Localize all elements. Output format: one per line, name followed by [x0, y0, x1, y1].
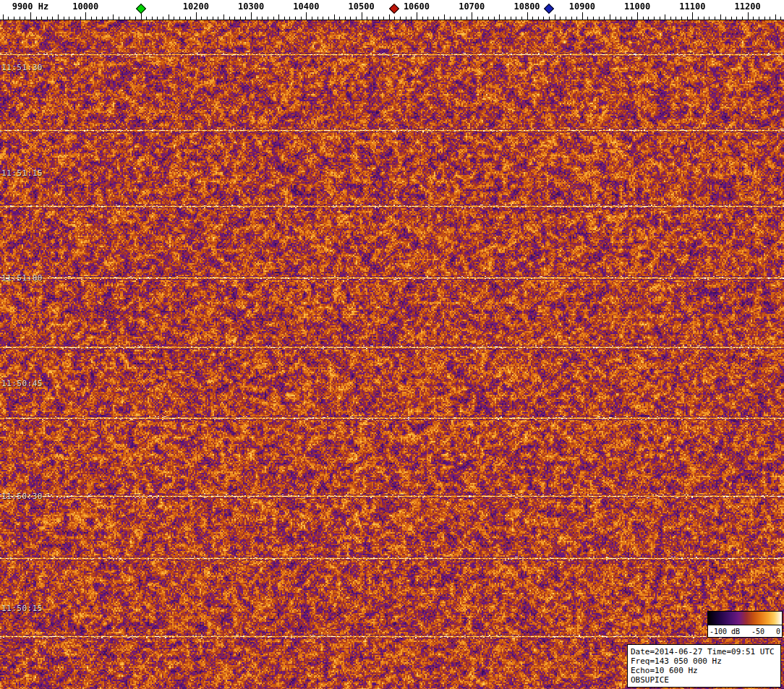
time-label: 11:51:15 [1, 168, 43, 179]
info-station: OBSUPICE [631, 675, 777, 685]
time-label: 11:51:00 [1, 273, 43, 283]
marker-blue[interactable] [544, 4, 554, 14]
info-date-time: Date=2014-06-27 Time=09:51 UTC [631, 647, 777, 656]
color-gradient-bar [708, 612, 782, 625]
spectrogram-window: 11:51:3011:51:1511:51:0011:50:4511:50:30… [0, 0, 784, 689]
legend-max-label: 0 [776, 628, 780, 635]
time-label: 11:51:30 [1, 63, 43, 73]
frequency-markers [0, 0, 784, 20]
legend-min-label: -100 dB [710, 628, 740, 635]
info-echo: Echo=10 600 Hz [631, 666, 777, 675]
waterfall-display [0, 20, 784, 689]
time-label: 11:50:15 [1, 604, 43, 614]
marker-green[interactable] [135, 4, 145, 14]
color-scale-legend: -100 dB -50 0 [707, 611, 783, 638]
legend-mid-label: -50 [751, 628, 764, 635]
observation-info-box: Date=2014-06-27 Time=09:51 UTC Freq=143 … [627, 644, 781, 688]
time-label: 11:50:30 [1, 492, 43, 502]
time-label: 11:50:45 [1, 379, 43, 389]
legend-labels: -100 dB -50 0 [708, 625, 782, 637]
info-frequency: Freq=143 050 000 Hz [631, 656, 777, 666]
marker-red[interactable] [389, 4, 399, 14]
